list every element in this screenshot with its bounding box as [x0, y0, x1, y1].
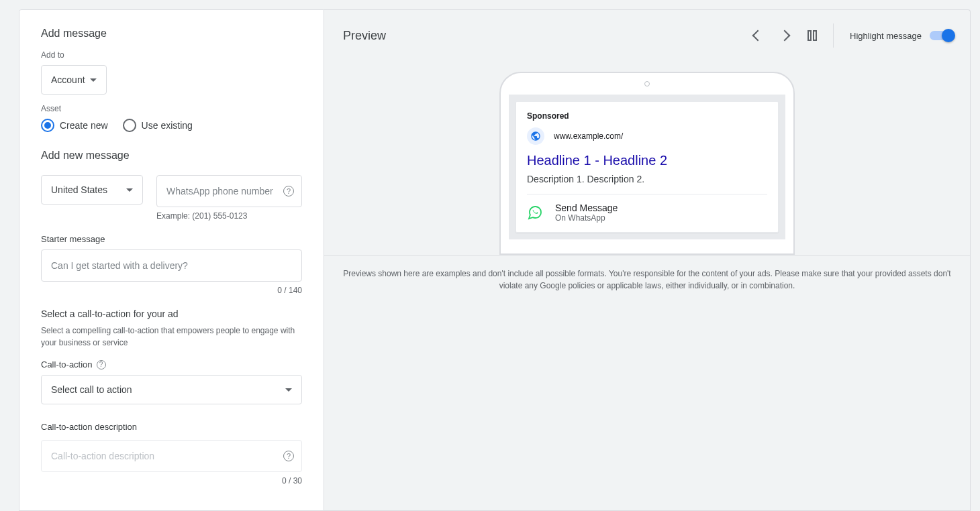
phone-mockup: Sponsored www.example.com/ Headline 1 - …	[499, 72, 795, 255]
cta-dropdown-value: Select call to action	[51, 384, 132, 395]
form-panel: Add message Add to Account Asset Create …	[19, 9, 324, 511]
divider	[833, 23, 834, 48]
highlight-toggle[interactable]	[930, 31, 954, 40]
caret-down-icon	[285, 388, 292, 392]
preview-disclaimer: Previews shown here are examples and don…	[324, 255, 970, 304]
divider	[527, 194, 767, 194]
country-value: United States	[51, 184, 107, 195]
radio-icon	[41, 119, 54, 132]
radio-use-existing-label: Use existing	[142, 120, 193, 131]
phone-example: Example: (201) 555-0123	[156, 211, 302, 221]
ad-description: Description 1. Description 2.	[527, 174, 767, 184]
cta-dropdown[interactable]: Select call to action	[41, 375, 302, 404]
caret-down-icon	[90, 78, 97, 82]
starter-counter: 0 / 140	[41, 286, 302, 295]
country-dropdown[interactable]: United States	[41, 175, 143, 205]
page-title: Add message	[41, 27, 302, 40]
cta-desc-counter: 0 / 30	[41, 476, 302, 486]
next-arrow-icon[interactable]	[779, 30, 791, 42]
starter-label: Starter message	[41, 234, 302, 244]
add-new-message-title: Add new message	[41, 150, 302, 162]
radio-create-new-label: Create new	[60, 120, 108, 131]
radio-icon	[123, 119, 136, 132]
cta-section-desc: Select a compelling call-to-action that …	[41, 325, 302, 349]
highlight-toggle-label: Highlight message	[850, 31, 922, 41]
ad-cta-subtitle: On WhatsApp	[555, 213, 618, 223]
caret-down-icon	[126, 188, 133, 192]
phone-input[interactable]	[156, 175, 302, 207]
help-icon[interactable]: ?	[283, 451, 294, 461]
asset-label: Asset	[41, 104, 302, 113]
cta-description-input[interactable]	[41, 440, 302, 472]
whatsapp-icon	[527, 205, 543, 221]
cta-section-title: Select a call-to-action for your ad	[41, 308, 302, 319]
phone-speaker-icon	[644, 81, 650, 87]
columns-icon[interactable]	[807, 30, 817, 41]
radio-create-new[interactable]: Create new	[41, 119, 108, 132]
ad-url: www.example.com/	[554, 131, 623, 141]
preview-title: Preview	[343, 29, 386, 43]
help-icon[interactable]: ?	[97, 360, 106, 370]
help-icon[interactable]: ?	[283, 186, 294, 196]
cta-desc-label: Call-to-action description	[41, 422, 302, 432]
cta-label: Call-to-action	[41, 359, 93, 370]
add-to-value: Account	[51, 74, 85, 85]
radio-use-existing[interactable]: Use existing	[123, 119, 193, 132]
add-to-label: Add to	[41, 50, 302, 60]
preview-panel: Preview Highlight message Sp	[324, 9, 971, 511]
ad-preview-card: Sponsored www.example.com/ Headline 1 - …	[516, 101, 779, 233]
sponsored-label: Sponsored	[527, 111, 767, 121]
ad-cta-title: Send Message	[555, 203, 618, 213]
globe-icon	[527, 127, 544, 145]
add-to-dropdown[interactable]: Account	[41, 65, 107, 95]
prev-arrow-icon[interactable]	[752, 30, 764, 42]
ad-headline: Headline 1 - Headline 2	[527, 153, 767, 168]
starter-message-input[interactable]	[41, 249, 302, 282]
